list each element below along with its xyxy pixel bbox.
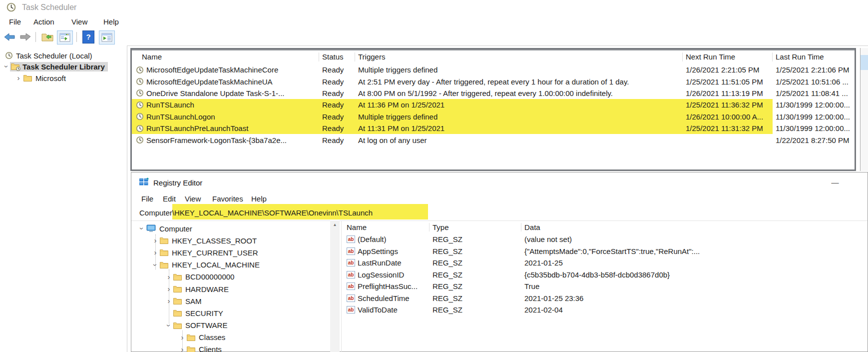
action-pane-toggle-button[interactable] [99, 30, 115, 44]
table-row[interactable]: RunTSLaunch Ready At 11:36 PM on 1/25/20… [132, 99, 855, 110]
registry-address-bar[interactable]: Computer\HKEY_LOCAL_MACHINE\SOFTWARE\One… [131, 206, 868, 221]
column-header-name[interactable]: Name [132, 52, 319, 62]
registry-key-label: Classes [199, 333, 225, 342]
table-row[interactable]: MicrosoftEdgeUpdateTaskMachineCore Ready… [132, 64, 855, 76]
value-name: (Default) [358, 235, 387, 244]
registry-value-row[interactable]: ab ScheduledTime REG_SZ 2021-01-25 23:36 [342, 292, 868, 304]
registry-editor-app-icon [139, 178, 149, 186]
reg-sz-icon: ab [347, 306, 355, 314]
column-header-status[interactable]: Status [319, 52, 355, 62]
value-data: 2021-02-04 [521, 304, 868, 316]
registry-value-row[interactable]: ab LogSessionID REG_SZ {c5b35bdb-b704-4d… [342, 269, 868, 281]
registry-editor-window: Registry Editor — File Edit View Favorit… [131, 172, 868, 352]
value-data: (value not set) [521, 234, 868, 246]
scrollbar-up-arrow[interactable]: ▲ [330, 220, 340, 229]
folder-icon [173, 298, 182, 304]
tree-item-label: Microsoft [35, 74, 66, 82]
task-scheduler-title: Task Scheduler [22, 3, 76, 12]
task-status: Ready [319, 99, 355, 110]
table-row[interactable]: MicrosoftEdgeUpdateTaskMachineUA Ready A… [132, 76, 855, 87]
folder-icon [160, 249, 168, 256]
registry-tree-item[interactable]: › SOFTWARE [131, 320, 341, 332]
menu-action[interactable]: Action [33, 15, 54, 29]
scrollbar-thumb[interactable] [861, 55, 868, 70]
task-last-run-time: 11/30/1999 12:00:00... [773, 122, 855, 134]
table-row[interactable]: RunTSLaunchPreLaunchToast Ready At 11:31… [132, 122, 855, 134]
table-row[interactable]: RunTSLaunchLogon Ready Multiple triggers… [132, 111, 855, 122]
menu-help[interactable]: Help [103, 15, 119, 29]
column-header-last-run-time[interactable]: Last Run Time [773, 52, 855, 62]
minimize-button[interactable]: — [829, 178, 842, 188]
import-task-button[interactable] [40, 30, 55, 44]
chevron-icon[interactable]: › [152, 237, 159, 244]
task-scheduler-titlebar[interactable]: Task Scheduler [0, 0, 868, 15]
registry-value-row[interactable]: ab LastRunDate REG_SZ 2021-01-25 [342, 257, 868, 269]
registry-value-row[interactable]: ab ValidToDate REG_SZ 2021-02-04 [342, 304, 868, 316]
tree-item-microsoft[interactable]: › Microsoft [15, 72, 66, 84]
table-row[interactable]: OneDrive Standalone Update Task-S-1-... … [132, 88, 855, 99]
chevron-icon[interactable]: › [138, 225, 145, 232]
chevron-collapsed-icon[interactable]: › [15, 74, 22, 82]
task-last-run-time: 1/25/2021 10:51:06 ... [773, 76, 855, 87]
registry-tree-item[interactable]: › Classes [131, 332, 341, 344]
registry-tree-item[interactable]: › HKEY_LOCAL_MACHINE [131, 259, 341, 271]
registry-value-row[interactable]: ab PreflightHasSuc... REG_SZ True [342, 280, 868, 292]
registry-editor-titlebar[interactable]: Registry Editor — [131, 172, 868, 192]
chevron-icon[interactable]: › [165, 298, 172, 304]
chevron-expanded-icon[interactable]: › [3, 63, 10, 70]
chevron-icon[interactable]: › [179, 334, 186, 341]
chevron-icon[interactable]: › [165, 286, 172, 292]
registry-tree-item[interactable]: › HARDWARE [131, 283, 341, 295]
registry-tree-item[interactable]: › Clients [131, 344, 341, 352]
menu-view[interactable]: View [71, 15, 87, 29]
column-header-name[interactable]: Name [347, 223, 430, 232]
table-row[interactable]: SensorFramework-LogonTask-{3ba7a2e... Re… [132, 134, 855, 146]
back-button[interactable] [3, 30, 16, 44]
column-header-next-run-time[interactable]: Next Run Time [683, 52, 773, 62]
registry-tree-item[interactable]: › HKEY_CURRENT_USER [131, 246, 341, 258]
task-last-run-time: 11/30/1999 12:00:00... [773, 99, 855, 110]
task-next-run-time: 1/25/2021 11:36:32 PM [683, 99, 773, 110]
registry-tree-item[interactable]: › BCD00000000 [131, 271, 341, 283]
chevron-icon[interactable]: › [165, 274, 172, 280]
tree-item-task-scheduler-local[interactable]: Task Scheduler (Local) [5, 50, 92, 61]
column-header-data[interactable]: Data [521, 223, 868, 232]
reg-sz-icon: ab [347, 282, 355, 290]
task-scheduler-app-icon [6, 2, 16, 12]
reg-sz-icon: ab [347, 294, 355, 302]
value-type: REG_SZ [430, 280, 521, 292]
task-status: Ready [319, 76, 355, 87]
value-type: REG_SZ [430, 292, 521, 304]
task-next-run-time: 1/26/2021 2:21:05 PM [683, 64, 773, 76]
tree-item-task-scheduler-library[interactable]: › Task Scheduler Library [3, 61, 108, 72]
registry-value-row[interactable]: ab (Default) REG_SZ (value not set) [342, 234, 868, 246]
task-triggers: Multiple triggers defined [355, 111, 683, 122]
menu-file[interactable]: File [141, 192, 153, 206]
registry-tree-item[interactable]: › SAM [131, 295, 341, 307]
chevron-icon[interactable]: › [179, 346, 186, 352]
chevron-icon[interactable]: › [152, 262, 159, 268]
folder-icon [23, 74, 32, 82]
chevron-icon[interactable]: › [165, 322, 172, 329]
registry-key-label: SECURITY [185, 309, 223, 318]
task-name: OneDrive Standalone Update Task-S-1-... [146, 89, 285, 98]
forward-button[interactable] [19, 30, 32, 44]
registry-tree-scrollbar[interactable]: ▲ [330, 220, 340, 352]
registry-value-row[interactable]: ab AppSettings REG_SZ {"AttemptsMade":0,… [342, 246, 868, 258]
folder-icon [173, 274, 182, 280]
registry-tree-item[interactable]: › Computer [131, 222, 341, 234]
chevron-icon[interactable]: › [152, 249, 159, 256]
help-button[interactable]: ? [81, 30, 96, 44]
console-tree-toggle-button[interactable] [57, 30, 73, 44]
task-next-run-time: 1/25/2021 11:31:32 PM [683, 122, 773, 134]
column-header-type[interactable]: Type [430, 223, 521, 232]
action-pane-scrollbar[interactable] [860, 48, 868, 171]
library-folder-icon [11, 63, 19, 70]
value-type: REG_SZ [430, 234, 521, 246]
folder-icon [187, 346, 195, 352]
column-header-triggers[interactable]: Triggers [355, 52, 683, 62]
registry-tree-item[interactable]: › SECURITY [131, 307, 341, 319]
value-name: PreflightHasSuc... [358, 282, 418, 290]
registry-tree-item[interactable]: › HKEY_CLASSES_ROOT [131, 234, 341, 246]
menu-file[interactable]: File [9, 15, 21, 29]
